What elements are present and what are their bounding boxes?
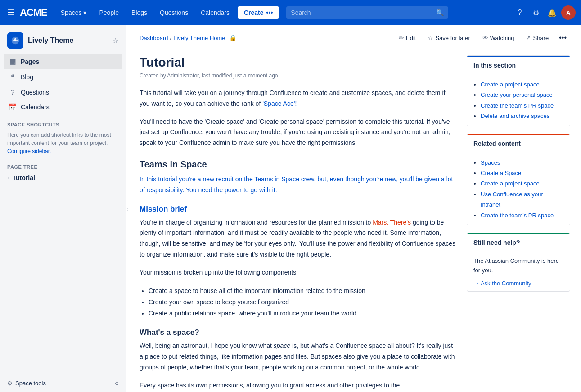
page-body: Tutorial Created by Administrator, last … xyxy=(129,48,581,392)
star-icon[interactable]: ☆ xyxy=(112,36,118,45)
paragraph-2: You'll need to have the 'Create space' a… xyxy=(140,117,456,149)
in-this-section-item-3[interactable]: Create the team's PR space xyxy=(481,100,563,111)
top-navigation: ☰ ACME Spaces ▾ People Blogs Questions C… xyxy=(0,0,581,25)
create-label: Create xyxy=(244,9,264,16)
questions-label: Questions xyxy=(160,9,188,16)
blogs-nav-item[interactable]: Blogs xyxy=(127,6,152,19)
mission-list-item-1: Create a space to house all of the impor… xyxy=(149,285,456,297)
page-meta: Created by Administrator, last modified … xyxy=(140,72,456,79)
eye-icon: 👁 xyxy=(482,34,488,41)
page-title: Tutorial xyxy=(140,55,456,70)
search-icon: 🔍 xyxy=(436,9,444,16)
paragraph-4: You're in charge of organizing informati… xyxy=(140,217,456,260)
more-actions-button[interactable]: ••• xyxy=(555,32,570,44)
create-button[interactable]: Create ••• xyxy=(238,6,279,19)
sidebar-item-questions[interactable]: ? Questions xyxy=(4,85,122,99)
mission-list-item-2: Create your own space to keep yourself o… xyxy=(149,297,456,308)
sidebar-item-calendars[interactable]: 📅 Calendars xyxy=(4,99,122,115)
in-this-section-body: Create a project space Create your perso… xyxy=(467,75,570,126)
watching-button[interactable]: 👁 Watching xyxy=(477,32,519,44)
space-tools-label: Space tools xyxy=(15,380,46,387)
sidebar-navigation: ▦ Pages ❝ Blog ? Questions 📅 Calendars xyxy=(0,54,126,115)
save-for-later-button[interactable]: ☆ Save for later xyxy=(423,32,475,44)
settings-icon[interactable]: ⚙ xyxy=(529,5,543,20)
related-item-4[interactable]: Use Confluence as your Intranet xyxy=(481,189,563,210)
share-label: Share xyxy=(533,35,549,41)
page-tree-item-tutorial[interactable]: • Tutorial xyxy=(4,171,122,184)
space-tools-button[interactable]: ⚙ Space tools xyxy=(7,380,46,387)
heading-teams-in-space: Teams in Space xyxy=(140,159,456,170)
collapse-sidebar-button[interactable]: « xyxy=(115,379,118,387)
paragraph-1: This tutorial will take you on a journey… xyxy=(140,88,456,109)
search-bar[interactable]: 🔍 xyxy=(286,6,448,19)
space-logo xyxy=(7,32,23,49)
paragraph-3: In this tutorial you're a new recruit on… xyxy=(140,174,456,196)
in-this-section-item-1[interactable]: Create a project space xyxy=(481,79,563,90)
in-this-section-item-2[interactable]: Create your personal space xyxy=(481,90,563,100)
paragraph-7: Every space has its own permissions, all… xyxy=(140,380,456,391)
calendars-label: Calendars xyxy=(201,9,230,16)
main-layout: Lively Theme ☆ ▦ Pages ❝ Blog ? Question… xyxy=(0,25,581,392)
page-article: Tutorial Created by Administrator, last … xyxy=(140,55,456,392)
blog-label: Blog xyxy=(21,73,33,81)
page-tree: • Tutorial xyxy=(0,171,126,184)
star-action-icon: ☆ xyxy=(428,34,433,41)
heading-whats-a-space: What's a space? xyxy=(140,328,456,337)
watching-label: Watching xyxy=(490,35,514,41)
sidebar: Lively Theme ☆ ▦ Pages ❝ Blog ? Question… xyxy=(0,25,126,392)
breadcrumb-lively-theme-home[interactable]: Lively Theme Home xyxy=(173,35,225,41)
main-content: Dashboard / Lively Theme Home 🔒 ✏ Edit ☆… xyxy=(129,25,581,392)
calendars-nav-item[interactable]: Calendars xyxy=(196,6,234,19)
page-actions: ✏ Edit ☆ Save for later 👁 Watching ↗ Sha… xyxy=(394,32,570,44)
related-item-3[interactable]: Create a project space xyxy=(481,178,563,189)
spaces-label: Spaces xyxy=(61,9,82,16)
people-nav-item[interactable]: People xyxy=(95,6,123,19)
hamburger-icon[interactable]: ☰ xyxy=(5,6,16,19)
avatar[interactable]: A xyxy=(561,5,576,20)
save-label: Save for later xyxy=(435,35,470,41)
calendars-label: Calendars xyxy=(21,104,50,111)
sidebar-item-pages[interactable]: ▦ Pages xyxy=(4,54,122,69)
spaces-nav-item[interactable]: Spaces ▾ xyxy=(56,6,91,19)
mission-list-item-3: Create a public relations space, where y… xyxy=(149,308,456,319)
page-tree-title: PAGE TREE xyxy=(0,157,126,171)
gear-icon: ⚙ xyxy=(7,380,13,387)
breadcrumb: Dashboard / Lively Theme Home 🔒 xyxy=(140,34,237,41)
notifications-icon[interactable]: 🔔 xyxy=(545,5,559,20)
sidebar-item-blog[interactable]: ❝ Blog xyxy=(4,69,122,85)
in-this-section-list: Create a project space Create your perso… xyxy=(481,79,563,122)
in-this-section-item-4[interactable]: Delete and archive spaces xyxy=(481,111,563,121)
related-item-1[interactable]: Spaces xyxy=(481,158,563,168)
related-item-5[interactable]: Create the team's PR space xyxy=(481,210,563,221)
space-name: Lively Theme xyxy=(28,36,108,45)
share-button[interactable]: ↗ Share xyxy=(521,32,554,44)
related-item-2[interactable]: Create a Space xyxy=(481,168,563,178)
sidebar-header: Lively Theme ☆ xyxy=(0,25,126,54)
page-header-bar: Dashboard / Lively Theme Home 🔒 ✏ Edit ☆… xyxy=(129,25,581,48)
create-ellipsis-icon: ••• xyxy=(266,9,273,16)
pages-label: Pages xyxy=(21,58,39,65)
shortcuts-title: SPACE SHORTCUTS xyxy=(0,115,126,129)
help-icon[interactable]: ? xyxy=(513,5,527,20)
breadcrumb-separator: / xyxy=(170,35,172,41)
related-content-body: Spaces Create a Space Create a project s… xyxy=(467,153,570,225)
configure-sidebar-link[interactable]: Configure sidebar. xyxy=(7,148,51,154)
search-input[interactable] xyxy=(291,9,433,16)
help-body-text: The Atlassian Community is here for you. xyxy=(473,257,563,275)
pages-icon: ▦ xyxy=(8,58,17,66)
share-icon: ↗ xyxy=(526,34,531,41)
edit-button[interactable]: ✏ Edit xyxy=(394,32,421,44)
blog-icon: ❝ xyxy=(8,73,17,81)
related-content-list: Spaces Create a Space Create a project s… xyxy=(481,158,563,221)
blogs-label: Blogs xyxy=(131,9,147,16)
questions-label: Questions xyxy=(21,89,49,96)
paragraph-5: Your mission is broken up into the follo… xyxy=(140,267,456,278)
calendars-icon: 📅 xyxy=(8,103,17,111)
edit-label: Edit xyxy=(406,35,416,41)
questions-nav-item[interactable]: Questions xyxy=(155,6,193,19)
breadcrumb-dashboard[interactable]: Dashboard xyxy=(140,35,168,41)
related-content-header: Related content xyxy=(467,134,570,153)
lock-icon: 🔒 xyxy=(229,34,237,41)
shortcuts-text: Here you can add shortcut links to the m… xyxy=(0,129,126,157)
ask-the-community-link[interactable]: → Ask the Community xyxy=(473,280,563,287)
